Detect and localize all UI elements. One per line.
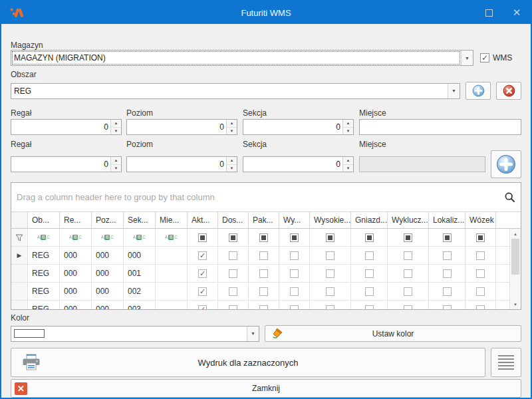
- spin-down-icon[interactable]: [343, 128, 353, 135]
- checkbox-checked-icon[interactable]: [198, 269, 207, 278]
- cell-wy[interactable]: [279, 283, 310, 300]
- checkbox-checked-icon[interactable]: [198, 287, 207, 296]
- filter-cell-pakowanie[interactable]: [249, 229, 279, 246]
- regal-spinner-2[interactable]: 0: [11, 156, 122, 172]
- cell-sekcja[interactable]: 000: [124, 247, 156, 264]
- cell-wozek[interactable]: [466, 265, 496, 282]
- wydruk-button[interactable]: Wydruk dla zaznaczonych: [11, 348, 485, 377]
- poziom-spinner-1[interactable]: 0: [126, 119, 237, 135]
- filter-cell-wysokie[interactable]: [310, 229, 351, 246]
- poziom-spinner-2[interactable]: 0: [126, 156, 237, 172]
- print-options-button[interactable]: [491, 348, 521, 377]
- cell-wy[interactable]: [279, 247, 310, 264]
- cell-wykluczone[interactable]: [388, 301, 429, 310]
- search-icon[interactable]: [504, 192, 515, 203]
- checkbox-unchecked-icon[interactable]: [476, 287, 485, 296]
- cell-pakowanie[interactable]: [249, 247, 279, 264]
- cell-wykluczone[interactable]: [388, 265, 429, 282]
- spin-up-icon[interactable]: [111, 120, 121, 128]
- spin-up-icon[interactable]: [227, 157, 237, 165]
- column-header-regal[interactable]: Re...: [60, 212, 92, 228]
- cell-obszar[interactable]: REG: [28, 283, 60, 300]
- cell-regal[interactable]: 000: [60, 247, 92, 264]
- column-header-dostepne[interactable]: Dos...: [218, 212, 249, 228]
- checkbox-unchecked-icon[interactable]: [290, 269, 299, 278]
- checkbox-unchecked-icon[interactable]: [365, 269, 374, 278]
- checkbox-unchecked-icon[interactable]: [229, 287, 237, 296]
- spin-up-icon[interactable]: [111, 157, 121, 165]
- cell-wozek[interactable]: [466, 301, 496, 310]
- cell-miejsce[interactable]: [156, 247, 188, 264]
- cell-wy[interactable]: [279, 265, 310, 282]
- spin-down-icon[interactable]: [227, 165, 237, 172]
- cell-miejsce[interactable]: [156, 283, 188, 300]
- wms-checkbox[interactable]: WMS: [480, 53, 521, 63]
- miejsce-field-1[interactable]: [359, 119, 521, 135]
- cell-poziom[interactable]: 000: [92, 265, 124, 282]
- scroll-down-icon[interactable]: [510, 299, 521, 309]
- sekcja-spinner-2[interactable]: 0: [243, 156, 354, 172]
- cell-aktywne[interactable]: [188, 247, 218, 264]
- cell-pakowanie[interactable]: [249, 283, 279, 300]
- maximize-button[interactable]: [475, 1, 503, 24]
- cell-gniazdo[interactable]: [351, 283, 388, 300]
- kolor-combobox[interactable]: [11, 326, 259, 342]
- checkbox-unchecked-icon[interactable]: [326, 305, 334, 311]
- column-header-poziom[interactable]: Poz...: [92, 212, 124, 228]
- filter-cell-wykluczone[interactable]: [388, 229, 429, 246]
- filter-cell-aktywne[interactable]: [188, 229, 218, 246]
- spin-up-icon[interactable]: [227, 120, 237, 128]
- spin-down-icon[interactable]: [227, 128, 237, 135]
- checkbox-unchecked-icon[interactable]: [326, 287, 334, 296]
- cell-poziom[interactable]: 000: [92, 301, 124, 310]
- checkbox-unchecked-icon[interactable]: [365, 251, 374, 260]
- sekcja-spinner-1[interactable]: 0: [243, 119, 354, 135]
- zamknij-button[interactable]: Zamknij: [11, 379, 521, 398]
- cell-gniazdo[interactable]: [351, 265, 388, 282]
- checkbox-unchecked-icon[interactable]: [476, 269, 485, 278]
- column-header-sekcja[interactable]: Sek...: [124, 212, 156, 228]
- checkbox-checked-icon[interactable]: [198, 251, 207, 260]
- cell-wysokie[interactable]: [310, 247, 351, 264]
- column-header-aktywne[interactable]: Akt...: [188, 212, 218, 228]
- add-location-button[interactable]: [491, 150, 521, 178]
- cell-lokalizacja[interactable]: [429, 265, 466, 282]
- magazyn-combobox[interactable]: MAGAZYN (MIGRATION): [11, 50, 473, 66]
- checkbox-unchecked-icon[interactable]: [259, 251, 268, 260]
- spin-down-icon[interactable]: [111, 128, 121, 135]
- filter-cell-gniazdo[interactable]: [351, 229, 388, 246]
- cancel-area-button[interactable]: [496, 82, 521, 100]
- checkbox-unchecked-icon[interactable]: [404, 305, 412, 311]
- cell-regal[interactable]: 000: [60, 283, 92, 300]
- checkbox-unchecked-icon[interactable]: [326, 251, 334, 260]
- cell-sekcja[interactable]: 003: [124, 301, 156, 310]
- column-header-obszar[interactable]: Ob...: [28, 212, 60, 228]
- table-row[interactable]: ▶REG000000000: [11, 247, 521, 265]
- cell-wysokie[interactable]: [310, 265, 351, 282]
- cell-obszar[interactable]: REG: [28, 301, 60, 310]
- filter-cell-poziom[interactable]: ABC: [92, 229, 124, 246]
- checkbox-unchecked-icon[interactable]: [365, 305, 374, 311]
- checkbox-unchecked-icon[interactable]: [259, 287, 268, 296]
- column-header-wysokie[interactable]: Wysokie...: [310, 212, 351, 228]
- cell-aktywne[interactable]: [188, 301, 218, 310]
- scrollbar-track[interactable]: [510, 275, 521, 299]
- spin-down-icon[interactable]: [111, 165, 121, 172]
- obszar-dropdown-button[interactable]: [448, 84, 460, 98]
- ustaw-kolor-button[interactable]: Ustaw kolor: [265, 325, 521, 342]
- filter-cell-regal[interactable]: ABC: [60, 229, 92, 246]
- filter-cell-lokalizacja[interactable]: [429, 229, 466, 246]
- cell-obszar[interactable]: REG: [28, 247, 60, 264]
- cell-aktywne[interactable]: [188, 265, 218, 282]
- checkbox-unchecked-icon[interactable]: [290, 305, 299, 311]
- spin-up-icon[interactable]: [343, 157, 353, 165]
- titlebar[interactable]: Futuriti WMS ✕: [1, 1, 531, 24]
- cell-sekcja[interactable]: 002: [124, 283, 156, 300]
- obszar-combobox[interactable]: REG: [11, 83, 460, 99]
- filter-cell-sekcja[interactable]: ABC: [124, 229, 156, 246]
- checkbox-unchecked-icon[interactable]: [404, 287, 412, 296]
- column-header-wykluczone[interactable]: Wyklucz...: [388, 212, 429, 228]
- checkbox-unchecked-icon[interactable]: [443, 251, 452, 260]
- column-header-gniazdo[interactable]: Gniazd...: [351, 212, 388, 228]
- cell-dostepne[interactable]: [218, 301, 249, 310]
